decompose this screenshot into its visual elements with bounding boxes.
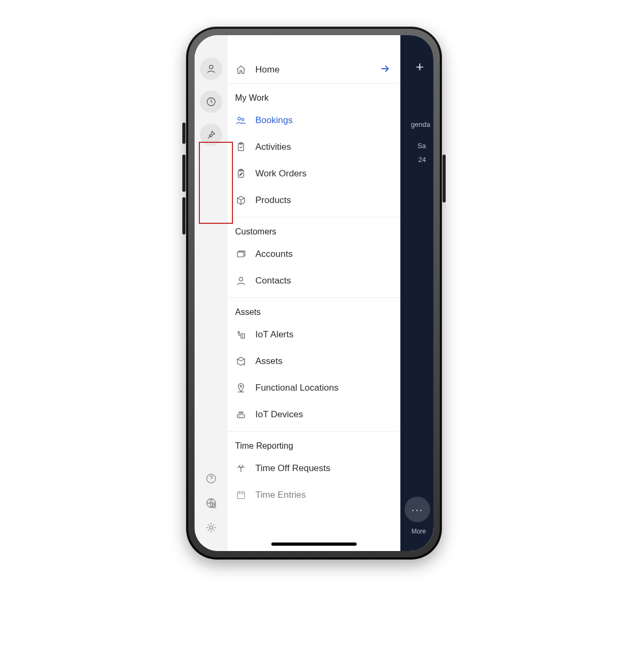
cards-icon — [235, 248, 247, 260]
agenda-tab-partial[interactable]: genda — [411, 120, 430, 128]
svg-point-6 — [210, 526, 213, 529]
people-icon — [235, 115, 247, 126]
clock-icon — [206, 96, 216, 107]
svg-point-8 — [241, 118, 244, 120]
svg-point-3 — [211, 481, 211, 481]
underlying-app: + genda Sa 24 ··· More — [400, 35, 433, 551]
settings-button[interactable] — [204, 520, 219, 535]
pin-icon — [206, 129, 216, 140]
nav-accounts-label: Accounts — [255, 249, 293, 260]
svg-point-7 — [238, 117, 240, 120]
nav-work-orders-label: Work Orders — [255, 168, 307, 179]
svg-point-14 — [239, 277, 243, 281]
profile-button[interactable] — [200, 58, 222, 80]
clipboard-check-icon — [235, 141, 247, 153]
more-button[interactable]: ··· — [405, 497, 430, 522]
help-button[interactable] — [204, 471, 219, 486]
nav-time-entries-label: Time Entries — [255, 490, 306, 500]
svg-point-0 — [210, 65, 213, 69]
nav-contacts-label: Contacts — [255, 276, 291, 286]
svg-point-20 — [239, 416, 240, 417]
globe-icon — [205, 497, 217, 509]
person-icon — [235, 275, 247, 287]
palm-icon — [235, 463, 247, 474]
section-my-work: My Work — [228, 84, 400, 107]
calendar-icon — [235, 489, 247, 501]
home-indicator — [271, 543, 357, 546]
home-icon — [235, 64, 247, 76]
nav-time-off-requests[interactable]: Time Off Requests — [228, 455, 400, 482]
nav-time-off-requests-label: Time Off Requests — [255, 463, 331, 474]
nav-accounts[interactable]: Accounts — [228, 241, 400, 268]
person-icon — [206, 63, 216, 74]
offline-button[interactable] — [204, 496, 219, 511]
nav-iot-devices-label: IoT Devices — [255, 409, 303, 420]
calendar-day-short: Sa — [417, 142, 426, 150]
location-icon — [235, 382, 247, 394]
nav-home-label: Home — [255, 64, 279, 75]
box-icon — [235, 195, 247, 206]
nav-assets[interactable]: Assets — [228, 348, 400, 375]
pinned-button[interactable] — [200, 124, 222, 146]
svg-point-18 — [240, 385, 241, 387]
svg-rect-19 — [237, 415, 244, 418]
nav-functional-locations-label: Functional Locations — [255, 383, 339, 393]
nav-contacts[interactable]: Contacts — [228, 268, 400, 294]
gear-icon — [205, 522, 217, 533]
help-icon — [205, 473, 217, 484]
arrow-right-icon — [379, 63, 391, 77]
calendar-day-number: 24 — [418, 156, 426, 164]
nav-bookings-label: Bookings — [255, 115, 293, 126]
svg-rect-13 — [237, 252, 244, 257]
sitemap-menu: Home My Work Bookings Activities Work Or… — [228, 35, 400, 551]
add-button[interactable]: + — [416, 59, 424, 75]
svg-rect-21 — [237, 492, 244, 499]
nav-home[interactable]: Home — [228, 56, 400, 84]
section-time-reporting: Time Reporting — [228, 432, 400, 455]
more-label: More — [412, 528, 426, 535]
nav-rail — [195, 35, 228, 551]
clipboard-edit-icon — [235, 168, 247, 180]
svg-point-17 — [243, 337, 243, 338]
nav-iot-devices[interactable]: IoT Devices — [228, 401, 400, 428]
nav-functional-locations[interactable]: Functional Locations — [228, 375, 400, 401]
nav-bookings[interactable]: Bookings — [228, 107, 400, 134]
iot-alert-icon — [235, 329, 247, 341]
nav-work-orders[interactable]: Work Orders — [228, 160, 400, 187]
asset-icon — [235, 355, 247, 367]
router-icon — [235, 409, 247, 420]
nav-iot-alerts-label: IoT Alerts — [255, 329, 294, 340]
recent-button[interactable] — [200, 91, 222, 113]
nav-time-entries[interactable]: Time Entries — [228, 482, 400, 508]
nav-assets-label: Assets — [255, 356, 283, 367]
section-assets: Assets — [228, 298, 400, 321]
nav-iot-alerts[interactable]: IoT Alerts — [228, 321, 400, 348]
nav-activities-label: Activities — [255, 142, 291, 152]
section-customers: Customers — [228, 217, 400, 241]
nav-products[interactable]: Products — [228, 187, 400, 214]
svg-point-15 — [238, 331, 239, 333]
nav-products-label: Products — [255, 195, 291, 206]
nav-activities[interactable]: Activities — [228, 134, 400, 160]
